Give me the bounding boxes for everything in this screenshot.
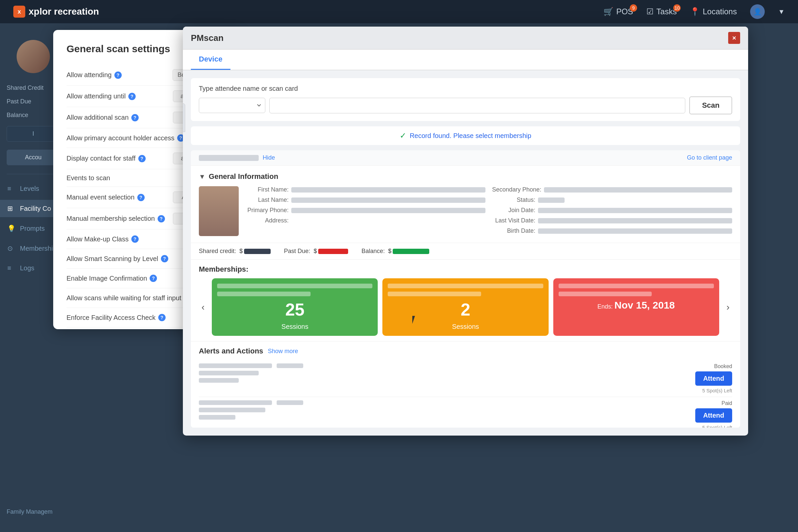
user-avatar[interactable]: 👤 [750,4,765,19]
financial-row: Shared credit: $ Past Due: $ [191,243,740,259]
spots-left-0: 5 Spot(s) Left [702,388,732,393]
nav-right: 🛒 POS 9 ☑ Tasks 10 📍 Locations 👤 ▼ [604,4,785,19]
card-ends-2: Ends: Nov 15, 2018 [558,300,714,311]
alert-actions-1: Paid Attend 5 Spot(s) Left [695,400,732,428]
card-bar-1b [388,291,481,296]
shared-credit-bar [244,249,271,254]
tab-device[interactable]: Device [191,50,230,70]
alert-bar-0c [199,378,239,383]
shared-credit-item: Shared credit: $ [199,248,271,255]
go-to-client-link[interactable]: Go to client page [687,154,732,161]
carousel-right-arrow[interactable]: › [724,302,732,312]
balance-label: Balance: [361,248,385,255]
first-name-label: First Name: [245,186,289,193]
family-management-label: Family Managem [7,508,53,515]
sidebar-avatar [17,40,50,73]
alerts-header: Alerts and Actions Show more [199,347,732,356]
sidebar-item-levels-label: Levels [20,185,39,192]
cart-icon: 🛒 [604,7,613,16]
last-name-label: Last Name: [245,196,289,204]
events-scan-label: Events to scan [66,174,110,182]
show-more-link[interactable]: Show more [268,348,298,355]
nav-locations[interactable]: 📍 Locations [690,7,737,16]
address-row: Address: [245,217,486,224]
carousel-left-arrow[interactable]: ‹ [199,302,207,312]
past-due-value: $ [314,248,348,255]
client-panel-header: Hide Go to client page [191,150,740,166]
first-name-row: First Name: [245,186,486,193]
shared-credit-value: $ [240,248,271,255]
nav-pos[interactable]: 🛒 POS 9 [604,7,633,16]
join-date-label: Join Date: [492,207,535,214]
search-label: Type attendee name or scan card [199,85,732,92]
allow-attending-until-label: Allow attending until [66,92,126,100]
membership-card-1[interactable]: 2 Sessions [382,278,548,336]
allow-attending-until-help[interactable]: ? [128,93,136,100]
memberships-section: Memberships: ‹ 25 Sessions [191,259,740,341]
last-visit-value [538,218,732,224]
nav-tasks[interactable]: ☑ Tasks 10 [646,7,677,16]
address-label: Address: [245,217,289,224]
allow-attending-help[interactable]: ? [114,72,122,79]
primary-phone-row: Primary Phone: [245,207,486,214]
manual-event-help[interactable]: ? [137,194,145,201]
attendee-type-select[interactable] [199,98,265,113]
logo-text: xplor recreation [28,6,99,17]
manual-event-label: Manual event selection [66,193,135,201]
pmscan-content-area: History Type attendee name or scan card … [183,70,748,436]
smart-scanning-label: Allow Smart Scanning by Level [66,255,158,263]
display-contact-help[interactable]: ? [138,155,146,162]
client-name-bar [199,155,259,161]
additional-scan-help[interactable]: ? [131,114,139,121]
sidebar-item-facility-label: Facility Co [20,205,51,212]
image-confirmation-help[interactable]: ? [150,274,157,282]
alert-hash-1 [277,400,303,405]
checkmark-icon: ✓ [400,131,406,140]
card-bar-0b [217,291,310,296]
facility-access-help[interactable]: ? [158,314,166,321]
hide-link[interactable]: Hide [263,154,275,161]
nav-logo: x xplor recreation [13,6,99,18]
info-button[interactable]: I [7,126,60,141]
attend-button-0[interactable]: Attend [695,372,732,386]
history-tab[interactable]: History [183,103,185,132]
membership-card-2[interactable]: Ends: Nov 15, 2018 [553,278,719,336]
section-collapse-icon[interactable]: ▼ [199,173,206,180]
sidebar-divider [7,174,60,174]
card-sessions-0: Sessions [217,323,373,330]
smart-scanning-help[interactable]: ? [161,255,168,262]
card-number-0: 25 [217,300,373,320]
secondary-phone-row: Secondary Phone: [492,186,732,193]
status-label: Status: [492,196,535,204]
secondary-phone-value [544,187,732,192]
tasks-badge: 10 [673,4,681,12]
card-number-1: 2 [388,300,543,320]
sidebar-item-memberships-label: Membershi [20,245,53,252]
first-name-value [291,187,486,192]
facility-access-label: Enforce Facility Access Check [66,314,156,322]
pmscan-header: PMscan × [183,26,748,50]
makeup-class-help[interactable]: ? [131,235,139,243]
attend-button-1[interactable]: Attend [695,408,732,423]
pmscan-close-button[interactable]: × [728,32,740,44]
card-sessions-1: Sessions [388,323,543,330]
account-button[interactable]: Accou [7,150,60,165]
chevron-down-icon[interactable]: ▼ [778,8,785,16]
info-layout: First Name: Last Name: Primary Phone: [199,186,732,236]
pmscan-tabs: Device [183,50,748,70]
attendee-search-input[interactable] [269,98,685,113]
memberships-icon: ⊙ [7,244,16,252]
manual-membership-help[interactable]: ? [158,215,165,223]
past-due-label: Past Due: [284,248,310,255]
join-date-row: Join Date: [492,207,732,214]
scan-button[interactable]: Scan [689,96,732,114]
location-icon: 📍 [690,7,700,16]
card-bar-2b [558,291,652,296]
alert-info-1 [199,400,690,420]
past-due-item: Past Due: $ [284,248,348,255]
primary-phone-label: Primary Phone: [245,207,289,214]
membership-card-0[interactable]: 25 Sessions [212,278,378,336]
alert-item-0: Booked Attend 5 Spot(s) Left [199,360,732,397]
status-value [538,197,565,203]
birth-date-value [538,228,732,234]
